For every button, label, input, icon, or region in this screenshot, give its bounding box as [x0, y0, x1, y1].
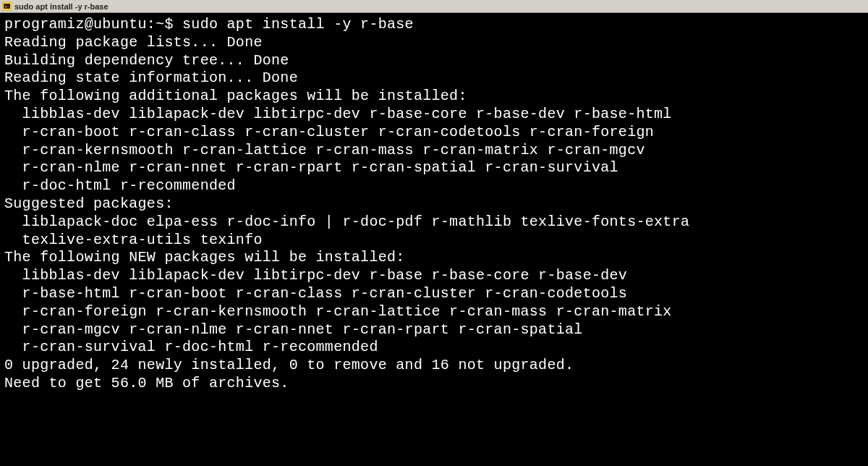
terminal-icon: >_	[2, 1, 12, 11]
output-line: r-cran-mgcv r-cran-nlme r-cran-nnet r-cr…	[4, 321, 583, 338]
output-line: Building dependency tree... Done	[4, 52, 289, 69]
output-line: r-cran-nlme r-cran-nnet r-cran-rpart r-c…	[4, 159, 618, 176]
output-line: Suggested packages:	[4, 195, 174, 212]
output-line: libblas-dev liblapack-dev libtirpc-dev r…	[4, 106, 672, 122]
output-line: The following NEW packages will be insta…	[4, 249, 405, 266]
window-title-bar: >_ sudo apt install -y r-base	[0, 0, 868, 13]
output-line: texlive-extra-utils texinfo	[4, 232, 263, 248]
output-line: Need to get 56.0 MB of archives.	[4, 375, 289, 391]
prompt: programiz@ubuntu:~$	[4, 16, 182, 33]
output-line: The following additional packages will b…	[4, 88, 467, 104]
command: sudo apt install -y r-base	[182, 16, 414, 33]
output-line: r-base-html r-cran-boot r-cran-class r-c…	[4, 285, 627, 302]
output-line: 0 upgraded, 24 newly installed, 0 to rem…	[4, 357, 574, 373]
output-line: r-cran-boot r-cran-class r-cran-cluster …	[4, 124, 654, 140]
output-line: liblapack-doc elpa-ess r-doc-info | r-do…	[4, 213, 689, 230]
output-line: r-cran-survival r-doc-html r-recommended	[4, 339, 378, 355]
window-title: sudo apt install -y r-base	[14, 2, 109, 11]
terminal-output[interactable]: programiz@ubuntu:~$ sudo apt install -y …	[0, 13, 868, 466]
output-line: r-doc-html r-recommended	[4, 177, 236, 194]
output-line: libblas-dev liblapack-dev libtirpc-dev r…	[4, 267, 627, 284]
output-line: Reading package lists... Done	[4, 34, 263, 51]
output-line: r-cran-foreign r-cran-kernsmooth r-cran-…	[4, 303, 672, 320]
svg-text:>_: >_	[5, 4, 10, 9]
output-line: r-cran-kernsmooth r-cran-lattice r-cran-…	[4, 142, 645, 158]
output-line: Reading state information... Done	[4, 69, 298, 86]
